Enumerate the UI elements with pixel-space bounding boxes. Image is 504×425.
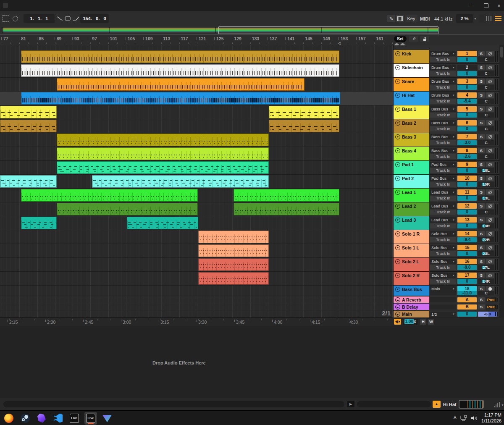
arm-button[interactable] — [486, 217, 494, 223]
pan-value[interactable]: C — [478, 113, 494, 118]
track-number[interactable]: 2 — [457, 65, 477, 70]
taskbar-item-triangle-app[interactable] — [101, 412, 113, 425]
output-routing-selector[interactable]: Drum Bus▼ — [430, 79, 456, 84]
monitor-button[interactable]: Track In — [430, 99, 456, 104]
bar-number[interactable]: 121 — [199, 36, 206, 41]
pan-value[interactable]: 10L — [478, 168, 494, 173]
track-number[interactable]: 12 — [457, 203, 477, 209]
output-routing-selector[interactable]: Lead Bus▼ — [430, 217, 456, 223]
clip-solo-2-l[interactable] — [198, 258, 269, 271]
pan-value[interactable]: 23L — [478, 251, 494, 256]
track-lane-solo-1-l[interactable] — [0, 244, 393, 258]
bar-number[interactable]: 149 — [323, 36, 331, 41]
scrollbar-handle[interactable] — [500, 47, 503, 58]
chevron-down-icon[interactable]: ▼ — [474, 17, 477, 20]
track-name-block[interactable]: ▼Lead 1 — [394, 189, 429, 202]
track-number[interactable]: 11 — [457, 189, 477, 195]
clip-pad-2[interactable] — [92, 175, 269, 188]
track-name-block[interactable]: ▼Solo 1 L — [394, 244, 429, 257]
monitor-button[interactable]: Track In — [430, 237, 456, 242]
clip-bass-4[interactable] — [57, 147, 269, 160]
track-lane-solo-2-l[interactable] — [0, 258, 393, 272]
play-disclosure-icon[interactable]: ▶ — [395, 297, 400, 302]
track-number[interactable]: 17 — [457, 273, 477, 278]
track-header-solo-2-r[interactable]: ▼Solo 2 RSolo Bus▼Track In170S24R — [394, 272, 499, 286]
arm-button[interactable] — [486, 106, 494, 112]
fold-disclosure-icon[interactable]: ▼ — [395, 176, 400, 181]
time-ruler[interactable]: 2:152:302:453:003:153:303:454:004:154:30 — [0, 317, 393, 326]
track-number[interactable]: 9 — [457, 162, 477, 167]
fold-disclosure-icon[interactable]: ▼ — [395, 79, 400, 84]
track-number[interactable]: 10 — [457, 176, 477, 181]
bar-number[interactable]: 81 — [21, 36, 26, 41]
monitor-button[interactable]: Track In — [430, 140, 456, 145]
fold-disclosure-icon[interactable]: ▼ — [395, 245, 400, 250]
track-number[interactable]: 8 — [457, 148, 477, 153]
solo-button[interactable]: S — [478, 148, 485, 153]
output-routing-selector[interactable]: Bass Bus▼ — [430, 148, 456, 153]
taskbar-item-steam[interactable] — [19, 412, 32, 425]
track-volume-value[interactable]: 0 — [457, 251, 477, 256]
solo-button[interactable]: S — [478, 65, 485, 70]
track-lane-bass-bus[interactable] — [0, 286, 393, 296]
taskbar-clock[interactable]: 1:17 PM 1/11/2026 — [481, 412, 501, 424]
track-name-block[interactable]: ▼Lead 2 — [394, 202, 429, 216]
menu-icon[interactable] — [495, 16, 501, 21]
taskbar-item-vscode[interactable] — [52, 412, 64, 425]
solo-button[interactable]: S — [478, 134, 485, 139]
fold-disclosure-icon[interactable]: ▼ — [395, 231, 400, 236]
display-icon[interactable] — [460, 415, 467, 421]
fold-disclosure-icon[interactable]: ▼ — [395, 259, 400, 264]
track-number[interactable]: A — [457, 297, 477, 302]
solo-button[interactable]: S — [478, 120, 485, 126]
monitor-button[interactable]: Track In — [430, 113, 456, 118]
arm-button[interactable] — [486, 92, 494, 98]
track-name-block[interactable]: ▼Kick — [394, 50, 429, 63]
bar-number[interactable]: 157 — [358, 36, 366, 41]
arm-button[interactable] — [486, 134, 494, 139]
optimize-width-button[interactable]: W — [428, 319, 434, 325]
computer-midi-keyboard-button[interactable] — [396, 15, 404, 22]
maximize-button[interactable] — [478, 0, 494, 11]
arrangement-area[interactable] — [0, 45, 393, 317]
track-header-bass-2[interactable]: ▼Bass 2Bass Bus▼Track In60SC — [394, 119, 499, 133]
track-header-main[interactable]: ▶Main1/2▼0S-6.0 — [394, 311, 499, 318]
horizontal-scrollbar-left[interactable] — [3, 401, 344, 407]
arrangement-position-display[interactable]: 1. 1. 1 — [24, 14, 55, 23]
bar-number[interactable]: 113 — [163, 36, 170, 41]
track-volume-value[interactable]: 0 — [457, 279, 477, 284]
clip-lead-2[interactable] — [234, 203, 339, 215]
output-routing-selector[interactable]: Bass Bus▼ — [430, 106, 456, 112]
monitor-button[interactable]: Track In — [430, 71, 456, 76]
track-header-pad-1[interactable]: ▼Pad 1Pad Bus▼Track In90S10L — [394, 161, 499, 175]
fold-disclosure-icon[interactable]: ▼ — [395, 51, 400, 56]
fold-disclosure-icon[interactable]: ▼ — [395, 65, 400, 70]
track-lane-bass-2[interactable] — [0, 119, 393, 133]
track-header-b-delay[interactable]: ▶B DelayBSPost — [394, 304, 499, 310]
clip-lead-2[interactable] — [57, 203, 198, 215]
track-lane-pad-2[interactable] — [0, 175, 393, 189]
playback-speed-display[interactable]: 1.00x — [403, 319, 418, 325]
horizontal-scrollbar-right[interactable] — [357, 401, 431, 407]
monitor-button[interactable]: Track In — [430, 223, 456, 228]
track-name-block[interactable]: ▼Sidechain — [394, 64, 429, 77]
solo-button[interactable]: S — [478, 189, 485, 195]
track-volume-value[interactable]: -11.0 — [457, 291, 477, 295]
taskbar-item-live[interactable]: Live — [68, 412, 81, 425]
arm-button[interactable] — [486, 162, 494, 167]
track-number[interactable]: 14 — [457, 231, 477, 236]
monitor-button[interactable]: Track In — [430, 85, 456, 90]
link-icon[interactable] — [3, 15, 9, 22]
bar-number[interactable]: 109 — [145, 36, 153, 41]
set-button[interactable]: Set — [394, 36, 407, 42]
pan-value[interactable]: 10R — [478, 182, 494, 187]
track-header-solo-1-r[interactable]: ▼Solo 1 RSolo Bus▼Track In14-9.4S22R — [394, 230, 499, 244]
fold-disclosure-icon[interactable]: ▼ — [395, 204, 400, 209]
taskbar-item-live-active[interactable]: Live — [84, 412, 97, 425]
arm-button[interactable] — [486, 148, 494, 153]
bar-number[interactable]: 101 — [110, 36, 118, 41]
key-map-button[interactable]: Key — [405, 15, 417, 22]
bar-number[interactable]: 129 — [234, 36, 242, 41]
clip-bass-2[interactable] — [0, 120, 57, 132]
track-name-block[interactable]: ▼Bass 1 — [394, 105, 429, 119]
